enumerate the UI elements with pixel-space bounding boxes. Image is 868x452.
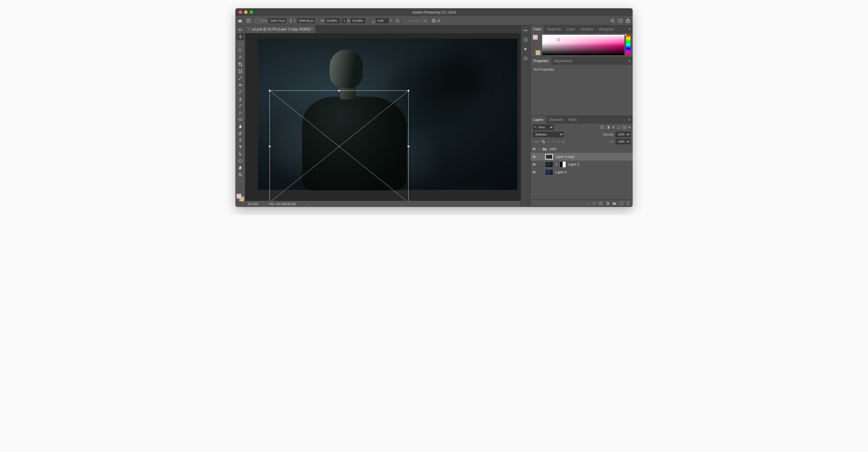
workspace-icon[interactable] bbox=[618, 18, 623, 23]
minimize-window-button[interactable] bbox=[244, 10, 247, 14]
type-tool[interactable] bbox=[237, 144, 244, 150]
x-input[interactable] bbox=[269, 18, 286, 23]
lasso-tool[interactable] bbox=[237, 47, 244, 54]
link-icon[interactable] bbox=[342, 18, 347, 23]
document-tab[interactable]: × un.psd @ 33.3% (Layer 3 copy, RGB/8) * bbox=[245, 25, 315, 33]
visibility-toggle-icon[interactable] bbox=[532, 171, 537, 174]
lock-artboard-icon[interactable] bbox=[557, 140, 560, 143]
status-more-icon[interactable]: › bbox=[307, 202, 308, 206]
color-panel-menu-icon[interactable]: ≡ bbox=[626, 27, 633, 31]
layer-name[interactable]: Layer 3 bbox=[568, 162, 579, 167]
home-icon[interactable] bbox=[238, 18, 243, 23]
search-icon[interactable] bbox=[610, 18, 615, 23]
actions-panel-icon[interactable] bbox=[523, 47, 528, 52]
layer-thumbnail[interactable] bbox=[545, 161, 553, 168]
reference-point-icon[interactable] bbox=[255, 18, 260, 23]
swatches-tab[interactable]: Swatches bbox=[544, 25, 564, 33]
rectangle-tool[interactable] bbox=[237, 157, 244, 164]
layer-name[interactable]: Layer 0 bbox=[555, 170, 566, 174]
link-layers-icon[interactable] bbox=[586, 202, 590, 205]
layer-name[interactable]: Layer 3 copy bbox=[555, 155, 575, 159]
layers-panel-menu-icon[interactable]: ≡ bbox=[626, 118, 633, 122]
filter-adjustment-icon[interactable] bbox=[606, 125, 610, 129]
pen-tool[interactable] bbox=[237, 137, 244, 144]
layer-fx-icon[interactable]: fx bbox=[593, 202, 595, 205]
channels-tab[interactable]: Channels bbox=[546, 116, 566, 124]
panel-bg-swatch[interactable] bbox=[535, 50, 540, 55]
share-icon[interactable] bbox=[625, 18, 630, 23]
transform-handle-w[interactable] bbox=[269, 145, 271, 147]
antialias-checkbox[interactable]: Anti-alias bbox=[404, 19, 420, 22]
color-picker-cursor[interactable] bbox=[557, 38, 560, 41]
filter-pixel-icon[interactable] bbox=[601, 125, 604, 129]
zoom-tool[interactable] bbox=[237, 171, 244, 178]
navigator-panel-icon[interactable] bbox=[523, 56, 528, 61]
reference-grid-icon[interactable] bbox=[260, 18, 265, 23]
transform-handle-nw[interactable] bbox=[269, 90, 271, 92]
history-panel-icon[interactable] bbox=[523, 37, 528, 42]
visibility-toggle-icon[interactable] bbox=[532, 163, 537, 166]
brush-tool[interactable] bbox=[237, 89, 244, 95]
adjustments-tab[interactable]: Adjustments bbox=[551, 57, 575, 65]
eyedropper-tool[interactable] bbox=[237, 75, 244, 82]
close-tab-icon[interactable]: × bbox=[248, 27, 250, 31]
canvas[interactable] bbox=[258, 39, 517, 190]
layer-mask-thumbnail[interactable] bbox=[560, 161, 566, 168]
layer-layer3[interactable]: Layer 3 bbox=[531, 160, 633, 168]
learn-tab[interactable]: Learn bbox=[564, 25, 578, 33]
layers-tab[interactable]: Layers bbox=[531, 116, 546, 124]
hue-slider[interactable] bbox=[626, 35, 630, 55]
skew-h-icon[interactable] bbox=[395, 18, 400, 23]
collapse-dock-icon[interactable] bbox=[523, 28, 528, 33]
move-tool[interactable] bbox=[237, 33, 244, 40]
y-input[interactable] bbox=[297, 18, 315, 23]
lock-position-icon[interactable] bbox=[552, 140, 555, 143]
filter-type-icon[interactable] bbox=[612, 125, 615, 129]
clone-stamp-tool[interactable] bbox=[237, 95, 244, 102]
color-tab[interactable]: Color bbox=[531, 25, 544, 33]
edit-toolbar-icon[interactable]: ⋯ bbox=[237, 178, 244, 185]
lock-transparency-icon[interactable] bbox=[541, 140, 545, 143]
layer-name[interactable]: color bbox=[549, 147, 557, 151]
visibility-toggle-icon[interactable] bbox=[532, 148, 537, 150]
gradient-tool[interactable] bbox=[237, 116, 244, 123]
commit-transform-icon[interactable] bbox=[436, 18, 441, 23]
lock-image-icon[interactable] bbox=[547, 140, 550, 143]
filter-toggle-icon[interactable] bbox=[628, 126, 630, 128]
layer-thumbnail[interactable] bbox=[545, 154, 553, 160]
fg-color-swatch[interactable] bbox=[237, 194, 241, 199]
tools-collapse-icon[interactable] bbox=[237, 27, 244, 33]
layer-group-color[interactable]: › color bbox=[531, 145, 633, 153]
filter-smart-icon[interactable] bbox=[623, 125, 626, 129]
eraser-tool[interactable] bbox=[237, 109, 244, 116]
path-selection-tool[interactable] bbox=[237, 151, 244, 157]
new-layer-icon[interactable] bbox=[620, 202, 623, 205]
history-brush-tool[interactable] bbox=[237, 102, 244, 109]
color-swatch-pair[interactable] bbox=[237, 194, 244, 202]
crop-tool[interactable] bbox=[237, 61, 244, 68]
hue-slider-thumb[interactable] bbox=[625, 34, 627, 36]
w-input[interactable] bbox=[325, 18, 340, 23]
healing-brush-tool[interactable] bbox=[237, 82, 244, 88]
dodge-tool[interactable] bbox=[237, 130, 244, 137]
layer-thumbnail[interactable] bbox=[545, 169, 553, 175]
layer-layer0[interactable]: Layer 0 bbox=[531, 168, 633, 176]
warp-icon[interactable] bbox=[423, 18, 428, 23]
delete-layer-icon[interactable] bbox=[627, 202, 630, 205]
transform-handle-ne[interactable] bbox=[407, 90, 409, 92]
frame-tool[interactable] bbox=[237, 68, 244, 74]
panel-fg-swatch[interactable] bbox=[533, 35, 538, 40]
maximize-window-button[interactable] bbox=[250, 10, 253, 14]
lock-all-icon[interactable] bbox=[561, 140, 565, 143]
transform-handle-n[interactable] bbox=[338, 90, 340, 92]
transform-bounding-box[interactable] bbox=[270, 91, 409, 201]
paths-tab[interactable]: Paths bbox=[566, 116, 580, 124]
visibility-toggle-icon[interactable] bbox=[532, 155, 537, 158]
layer-layer3copy[interactable]: Layer 3 copy bbox=[531, 153, 633, 160]
opacity-select[interactable]: 100% bbox=[616, 132, 630, 137]
color-panel-swatch[interactable] bbox=[533, 35, 540, 55]
blend-mode-select[interactable]: Subtract bbox=[533, 132, 564, 137]
new-adjustment-icon[interactable] bbox=[606, 202, 609, 205]
properties-tab[interactable]: Properties bbox=[531, 57, 551, 65]
libraries-tab[interactable]: Libraries bbox=[578, 25, 596, 33]
